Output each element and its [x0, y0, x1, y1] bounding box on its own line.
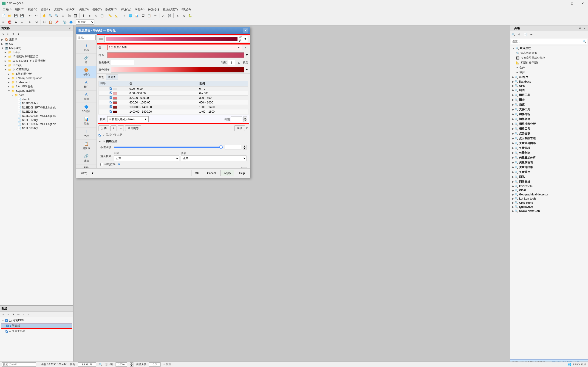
advanced-btn[interactable]: 高级 [234, 125, 245, 131]
browser-filter[interactable]: ▼ [11, 32, 16, 36]
toolbox-group[interactable]: ▼🔍最近用过 [510, 46, 588, 51]
zoom-select-btn[interactable]: 🔲 [72, 13, 78, 19]
toolbox-group[interactable]: ▶🔍栅格创建 [510, 117, 588, 122]
browser-tree-item[interactable]: ▶🏠主目录 [0, 37, 73, 42]
nav-storage[interactable]: 💾 附加存储 [76, 165, 96, 168]
toolbox-leaf-item[interactable]: 📐多部件转单部件 [510, 60, 588, 65]
toolbox-group[interactable]: ▶🔍矢量创建 [510, 150, 588, 155]
browser-tree-item[interactable]: ▼📁5.QGIS 3D制图 [0, 89, 73, 93]
nav-attrtable[interactable]: 📋 属性表 [76, 140, 96, 152]
browser-tree-item[interactable]: ▶📁13.写真 [0, 63, 73, 67]
gps-btn[interactable]: 📡 [62, 19, 68, 25]
ok-btn[interactable]: OK [191, 170, 202, 176]
browser-tree-item[interactable]: 📄N18E108.hgt [0, 110, 73, 114]
toolbox-group[interactable]: ▶🔍3D瓦片 [510, 75, 588, 80]
coord-display-combo[interactable]: 经纬度 [76, 19, 95, 25]
toolbox-group[interactable]: ▶🔍点云提取 [510, 131, 588, 136]
browser-tree-item[interactable]: 📄N18E110.hgt [0, 118, 73, 122]
remove-class-btn[interactable]: – [118, 125, 124, 131]
layer-group-checkbox[interactable] [5, 319, 8, 322]
layer-group-hainan[interactable]: ▼ 🗂 海南DEM [1, 318, 72, 323]
undo-btn[interactable]: ↩ [27, 13, 33, 19]
effects-link[interactable]: ⚙ [118, 163, 120, 166]
scale-btn[interactable]: ⇲ [33, 19, 39, 25]
python-btn[interactable]: 🐍 [187, 13, 193, 19]
move-down-tb[interactable]: ↓ [26, 312, 31, 317]
zoom-down[interactable]: ▼ [130, 365, 133, 367]
render-header[interactable]: ▼ ▼ 图层渲染 [99, 139, 248, 144]
toolbox-group[interactable]: ▶🔍栅格地形分析 [510, 122, 588, 126]
dialog-close-button[interactable]: ✕ [243, 28, 248, 33]
move-btn[interactable]: ↔ [19, 19, 25, 25]
value-field-select[interactable]: 1.2 ELEV_MIN ▼ [107, 45, 242, 50]
cancel-btn[interactable]: Cancel [204, 170, 219, 176]
add-vector-btn[interactable]: 📊 [134, 13, 140, 19]
add-wms-btn[interactable]: 🌐 [128, 13, 133, 19]
menu-WebW[interactable]: Web(W) [119, 7, 133, 12]
remove-layer-tb[interactable]: − [6, 312, 10, 317]
toolbox-group[interactable]: ▶🔍矢量叠加分析 [510, 155, 588, 160]
advanced-dropdown-btn[interactable]: ▼ [246, 127, 248, 130]
collapse-layer-tb[interactable]: ⇤ [16, 312, 21, 317]
opacity-down[interactable]: ▼ [243, 147, 246, 150]
toolbox-group[interactable]: ▶🔍SAGA Next Gen [510, 209, 588, 213]
toolbox-group[interactable]: ▶🔍FSC Tools [510, 184, 588, 188]
classif-row[interactable]: 1000.00 - 1400.00 1000 – 1400 [99, 105, 248, 109]
annotation-btn[interactable]: 💬 [166, 13, 173, 19]
menu-V[interactable]: 视图(V) [26, 7, 39, 12]
classif-row[interactable]: 300.00 - 600.00 300 – 600 [99, 96, 248, 100]
rotation-input[interactable] [149, 362, 161, 367]
delete-all-btn[interactable]: 全部删除 [125, 125, 141, 131]
browser-tree-item[interactable]: 📄N18E108.SRTMGL1.hgt.zip [0, 106, 73, 110]
legend-format-input[interactable]: %1 – %2 [111, 60, 134, 65]
attr-table-btn[interactable]: 📋 [99, 13, 105, 19]
browser-tree-item[interactable]: ▶📁10.基础对象时空分类 [0, 54, 73, 59]
symbol-preview[interactable] [107, 52, 244, 58]
classif-row[interactable]: 600.00 - 1000.00 600 – 1000 [99, 100, 248, 105]
measure-btn[interactable]: 📏 [107, 13, 113, 19]
identify-btn[interactable]: ℹ [80, 13, 86, 19]
menu-H[interactable]: 帮助(H) [180, 7, 193, 12]
zoom-out-btn[interactable]: 🔍 [54, 13, 60, 19]
toolbox-options[interactable]: ⚙ [578, 26, 582, 30]
opacity-slider[interactable] [114, 147, 223, 148]
print-btn[interactable]: 🖨 [181, 13, 187, 19]
zoom-up[interactable]: ▲ [130, 362, 133, 365]
row-checkbox[interactable] [110, 92, 112, 94]
3d-btn[interactable]: 🔷 [68, 19, 74, 25]
toolbox-group[interactable]: ▶🔍矢量几何图形 [510, 141, 588, 146]
add-layer-btn[interactable]: + [121, 13, 127, 19]
rotate-btn[interactable]: ↻ [27, 19, 33, 25]
toolbox-leaf-item[interactable]: ✂合并 [510, 65, 588, 70]
row-checkbox[interactable] [110, 96, 112, 99]
classif-row[interactable]: 0.00 - 300.00 0 – 300 [99, 91, 248, 96]
save-project-btn[interactable]: 💾 [13, 13, 19, 19]
move-up-tb[interactable]: ↑ [21, 312, 26, 317]
menu-C[interactable]: 数据处理(C) [161, 7, 180, 12]
nav-fields[interactable]: T 字段 [76, 127, 96, 140]
menu-M[interactable]: 网孔(M) [133, 7, 146, 12]
paste-btn[interactable]: 📌 [54, 19, 60, 25]
pan-btn[interactable]: ✋ [41, 13, 47, 19]
browser-tree-item[interactable]: ▼📁data [0, 93, 73, 97]
browser-tree-item[interactable]: ▼📁14.CSDN博文 [0, 67, 73, 72]
browser-collapse[interactable]: ⇤ [6, 32, 10, 36]
classes-input[interactable]: 6 [231, 117, 242, 122]
browser-close[interactable]: ✕ [68, 26, 72, 30]
gradient-type-dropdown[interactable]: 渐进 ▼ [104, 36, 248, 42]
help-btn[interactable]: Help [236, 170, 248, 176]
toolbox-group[interactable]: ▶🔍Geographical detector [510, 192, 588, 197]
add-raster-btn[interactable]: 🖼 [140, 13, 146, 19]
browser-enable-props[interactable]: ℹ [16, 32, 21, 36]
opacity-up[interactable]: ▲ [243, 145, 246, 147]
toolbox-group[interactable]: ▶🔍制图 [510, 88, 588, 93]
deselect-btn[interactable]: ✕ [93, 13, 99, 19]
scale-input[interactable] [78, 362, 96, 367]
menu-HCMGIS[interactable]: HCMGIS [146, 7, 161, 12]
browser-tree-item[interactable]: ▼💻D:\ (Data) [0, 46, 73, 50]
save-as-btn[interactable]: 💾 [19, 13, 25, 19]
label-btn[interactable]: A [160, 13, 166, 19]
layer-island[interactable]: ■ 海南主岛屿 [1, 329, 72, 334]
toolbox-group[interactable]: ▶🔍网孔 [510, 175, 588, 179]
nav-3d[interactable]: 🔷 3D视图 [76, 103, 96, 115]
